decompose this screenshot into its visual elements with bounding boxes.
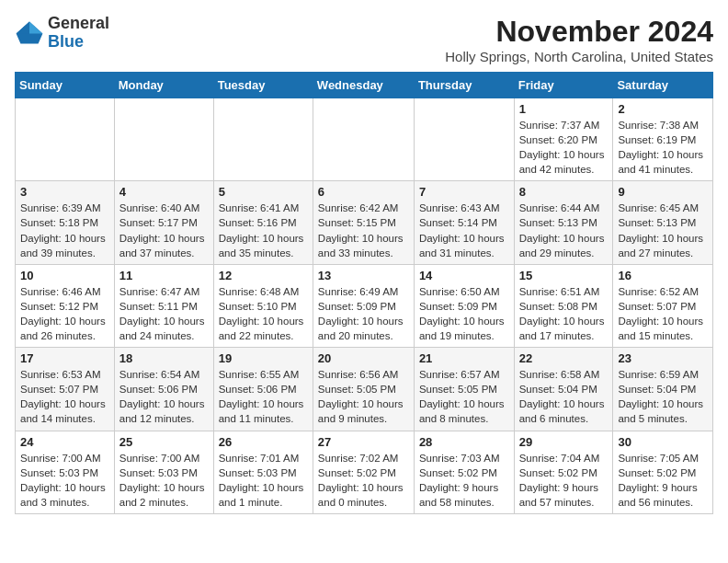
day-number: 29 <box>519 435 609 449</box>
day-detail: Sunrise: 6:56 AM Sunset: 5:05 PM Dayligh… <box>318 367 409 426</box>
day-cell: 22Sunrise: 6:58 AM Sunset: 5:04 PM Dayli… <box>514 348 613 431</box>
day-detail: Sunrise: 6:43 AM Sunset: 5:14 PM Dayligh… <box>419 201 509 259</box>
day-cell: 8Sunrise: 6:44 AM Sunset: 5:13 PM Daylig… <box>514 181 613 264</box>
week-row-5: 24Sunrise: 7:00 AM Sunset: 5:03 PM Dayli… <box>16 431 713 513</box>
day-number: 10 <box>20 269 109 282</box>
day-cell: 23Sunrise: 6:59 AM Sunset: 5:04 PM Dayli… <box>613 348 713 431</box>
day-cell: 14Sunrise: 6:50 AM Sunset: 5:09 PM Dayli… <box>414 264 514 347</box>
day-cell: 27Sunrise: 7:02 AM Sunset: 5:02 PM Dayli… <box>313 431 414 513</box>
week-row-2: 3Sunrise: 6:39 AM Sunset: 5:18 PM Daylig… <box>16 181 713 264</box>
day-number: 20 <box>318 351 409 365</box>
day-number: 3 <box>20 185 109 199</box>
day-detail: Sunrise: 6:55 AM Sunset: 5:06 PM Dayligh… <box>219 367 308 426</box>
day-cell: 4Sunrise: 6:40 AM Sunset: 5:17 PM Daylig… <box>114 181 213 264</box>
day-cell: 25Sunrise: 7:00 AM Sunset: 5:03 PM Dayli… <box>114 431 213 513</box>
day-cell: 10Sunrise: 6:46 AM Sunset: 5:12 PM Dayli… <box>16 264 115 347</box>
day-cell: 7Sunrise: 6:43 AM Sunset: 5:14 PM Daylig… <box>414 181 514 264</box>
day-detail: Sunrise: 6:58 AM Sunset: 5:04 PM Dayligh… <box>519 367 609 426</box>
day-cell <box>213 98 313 181</box>
day-detail: Sunrise: 7:03 AM Sunset: 5:02 PM Dayligh… <box>419 451 509 510</box>
day-cell: 28Sunrise: 7:03 AM Sunset: 5:02 PM Dayli… <box>414 431 514 513</box>
day-number: 1 <box>519 102 609 116</box>
day-number: 2 <box>618 102 708 116</box>
day-cell: 15Sunrise: 6:51 AM Sunset: 5:08 PM Dayli… <box>514 264 613 347</box>
day-cell: 26Sunrise: 7:01 AM Sunset: 5:03 PM Dayli… <box>213 431 313 513</box>
day-number: 6 <box>318 185 409 199</box>
logo-text: General Blue <box>48 15 109 52</box>
day-cell: 3Sunrise: 6:39 AM Sunset: 5:18 PM Daylig… <box>16 181 115 264</box>
day-number: 22 <box>519 351 609 365</box>
day-detail: Sunrise: 7:05 AM Sunset: 5:02 PM Dayligh… <box>618 451 708 510</box>
day-cell: 21Sunrise: 6:57 AM Sunset: 5:05 PM Dayli… <box>414 348 514 431</box>
day-detail: Sunrise: 7:02 AM Sunset: 5:02 PM Dayligh… <box>318 451 409 510</box>
day-cell: 29Sunrise: 7:04 AM Sunset: 5:02 PM Dayli… <box>514 431 613 513</box>
logo-icon <box>15 20 44 46</box>
days-header-row: SundayMondayTuesdayWednesdayThursdayFrid… <box>16 73 713 98</box>
day-cell: 16Sunrise: 6:52 AM Sunset: 5:07 PM Dayli… <box>613 264 713 347</box>
day-number: 18 <box>119 351 209 365</box>
day-number: 19 <box>219 351 308 365</box>
week-row-3: 10Sunrise: 6:46 AM Sunset: 5:12 PM Dayli… <box>16 264 713 347</box>
day-cell: 19Sunrise: 6:55 AM Sunset: 5:06 PM Dayli… <box>213 348 313 431</box>
day-header-sunday: Sunday <box>16 73 115 98</box>
day-number: 17 <box>20 351 109 365</box>
day-detail: Sunrise: 6:45 AM Sunset: 5:13 PM Dayligh… <box>618 201 708 259</box>
day-number: 5 <box>219 185 308 199</box>
day-cell <box>313 98 414 181</box>
day-detail: Sunrise: 7:00 AM Sunset: 5:03 PM Dayligh… <box>20 451 109 510</box>
day-cell: 5Sunrise: 6:41 AM Sunset: 5:16 PM Daylig… <box>213 181 313 264</box>
day-detail: Sunrise: 6:47 AM Sunset: 5:11 PM Dayligh… <box>119 284 209 343</box>
day-header-wednesday: Wednesday <box>313 73 414 98</box>
day-detail: Sunrise: 6:39 AM Sunset: 5:18 PM Dayligh… <box>20 201 109 259</box>
day-number: 27 <box>318 435 409 449</box>
day-cell: 24Sunrise: 7:00 AM Sunset: 5:03 PM Dayli… <box>16 431 115 513</box>
day-cell: 30Sunrise: 7:05 AM Sunset: 5:02 PM Dayli… <box>613 431 713 513</box>
day-number: 4 <box>119 185 209 199</box>
day-cell: 12Sunrise: 6:48 AM Sunset: 5:10 PM Dayli… <box>213 264 313 347</box>
day-cell <box>414 98 514 181</box>
day-detail: Sunrise: 6:49 AM Sunset: 5:09 PM Dayligh… <box>318 284 409 343</box>
day-detail: Sunrise: 6:59 AM Sunset: 5:04 PM Dayligh… <box>618 367 708 426</box>
day-detail: Sunrise: 7:01 AM Sunset: 5:03 PM Dayligh… <box>219 451 308 510</box>
location: Holly Springs, North Carolina, United St… <box>445 49 713 64</box>
day-number: 8 <box>519 185 609 199</box>
day-number: 11 <box>119 269 209 282</box>
day-cell: 20Sunrise: 6:56 AM Sunset: 5:05 PM Dayli… <box>313 348 414 431</box>
day-detail: Sunrise: 6:46 AM Sunset: 5:12 PM Dayligh… <box>20 284 109 343</box>
day-number: 24 <box>20 435 109 449</box>
title-block: November 2024 Holly Springs, North Carol… <box>445 15 713 64</box>
day-header-monday: Monday <box>114 73 213 98</box>
day-header-saturday: Saturday <box>613 73 713 98</box>
day-number: 26 <box>219 435 308 449</box>
day-detail: Sunrise: 6:40 AM Sunset: 5:17 PM Dayligh… <box>119 201 209 259</box>
day-number: 7 <box>419 185 509 199</box>
week-row-4: 17Sunrise: 6:53 AM Sunset: 5:07 PM Dayli… <box>16 348 713 431</box>
day-detail: Sunrise: 7:38 AM Sunset: 6:19 PM Dayligh… <box>618 118 708 177</box>
day-cell: 13Sunrise: 6:49 AM Sunset: 5:09 PM Dayli… <box>313 264 414 347</box>
day-detail: Sunrise: 6:57 AM Sunset: 5:05 PM Dayligh… <box>419 367 509 426</box>
day-number: 9 <box>618 185 708 199</box>
day-cell: 6Sunrise: 6:42 AM Sunset: 5:15 PM Daylig… <box>313 181 414 264</box>
day-detail: Sunrise: 6:44 AM Sunset: 5:13 PM Dayligh… <box>519 201 609 259</box>
day-detail: Sunrise: 7:37 AM Sunset: 6:20 PM Dayligh… <box>519 118 609 177</box>
logo: General Blue <box>15 15 109 52</box>
day-number: 30 <box>618 435 708 449</box>
calendar: SundayMondayTuesdayWednesdayThursdayFrid… <box>15 72 713 514</box>
day-number: 28 <box>419 435 509 449</box>
day-number: 25 <box>119 435 209 449</box>
svg-marker-2 <box>17 21 29 33</box>
day-header-tuesday: Tuesday <box>213 73 313 98</box>
day-detail: Sunrise: 6:53 AM Sunset: 5:07 PM Dayligh… <box>20 367 109 426</box>
day-number: 15 <box>519 269 609 282</box>
day-detail: Sunrise: 6:50 AM Sunset: 5:09 PM Dayligh… <box>419 284 509 343</box>
month-title: November 2024 <box>445 15 713 49</box>
day-number: 21 <box>419 351 509 365</box>
day-cell: 9Sunrise: 6:45 AM Sunset: 5:13 PM Daylig… <box>613 181 713 264</box>
day-detail: Sunrise: 6:41 AM Sunset: 5:16 PM Dayligh… <box>219 201 308 259</box>
day-cell: 1Sunrise: 7:37 AM Sunset: 6:20 PM Daylig… <box>514 98 613 181</box>
page-header: General Blue November 2024 Holly Springs… <box>15 15 713 64</box>
day-number: 14 <box>419 269 509 282</box>
day-detail: Sunrise: 6:54 AM Sunset: 5:06 PM Dayligh… <box>119 367 209 426</box>
day-detail: Sunrise: 7:04 AM Sunset: 5:02 PM Dayligh… <box>519 451 609 510</box>
day-cell <box>16 98 115 181</box>
